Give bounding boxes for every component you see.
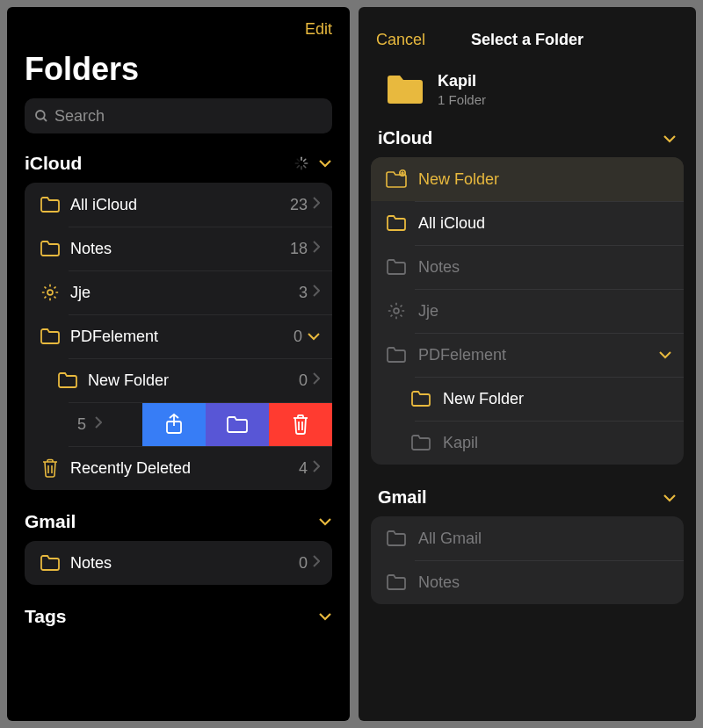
folder-icon — [386, 573, 407, 591]
row-label: New Folder — [418, 170, 671, 189]
folder-row-pdfelement[interactable]: PDFelement 0 — [25, 314, 332, 358]
chevron-down-icon — [318, 517, 332, 526]
folder-icon — [40, 554, 61, 572]
section-title: iCloud — [25, 153, 82, 174]
section-header-tags[interactable]: Tags — [7, 606, 350, 636]
row-label: Notes — [70, 240, 290, 258]
row-label: Jje — [70, 284, 299, 302]
row-count: 3 — [299, 284, 308, 302]
folder-option-all-icloud[interactable]: All iCloud — [371, 201, 684, 245]
search-icon — [33, 108, 49, 124]
folder-icon — [385, 73, 425, 106]
svg-line-9 — [297, 159, 299, 161]
folder-icon — [57, 371, 78, 389]
cancel-button[interactable]: Cancel — [376, 31, 425, 49]
swiped-folder-row[interactable]: 5 — [25, 402, 332, 446]
folder-option-gmail-notes: Notes — [371, 560, 684, 604]
page-title: Folders — [7, 51, 350, 98]
chevron-right-icon — [313, 555, 320, 571]
folder-icon — [386, 346, 407, 364]
row-label: All iCloud — [70, 196, 290, 214]
gear-icon — [40, 283, 60, 302]
folder-icon — [386, 214, 407, 232]
context-name: Kapil — [438, 72, 486, 90]
folder-option-all-gmail: All Gmail — [371, 516, 684, 560]
row-label: All iCloud — [418, 214, 671, 233]
svg-point-10 — [47, 290, 53, 295]
row-count: 5 — [77, 415, 86, 434]
gmail-destination-list: All Gmail Notes — [371, 516, 684, 604]
chevron-down-icon — [318, 159, 332, 168]
chevron-down-icon — [308, 328, 320, 344]
edit-button[interactable]: Edit — [305, 20, 332, 39]
chevron-right-icon — [95, 416, 102, 432]
modal-nav-bar: Cancel Select a Folder — [359, 14, 696, 65]
chevron-down-icon — [318, 612, 332, 621]
svg-point-19 — [394, 308, 399, 314]
icloud-destination-list: New Folder All iCloud Notes Jje PDFeleme… — [371, 157, 684, 465]
folder-row-all-icloud[interactable]: All iCloud 23 — [25, 183, 332, 227]
folder-row-jje[interactable]: Jje 3 — [25, 270, 332, 314]
folder-icon — [226, 414, 249, 434]
chevron-right-icon — [313, 460, 320, 476]
share-icon — [164, 413, 184, 436]
folder-row-notes[interactable]: Notes 18 — [25, 227, 332, 270]
row-count: 0 — [294, 328, 302, 346]
folder-icon — [40, 328, 61, 345]
context-subtitle: 1 Folder — [438, 92, 486, 107]
row-label: Kapil — [443, 434, 671, 452]
row-label: Recently Deleted — [70, 459, 299, 478]
chevron-down-icon — [663, 494, 677, 502]
new-folder-icon — [385, 169, 408, 189]
loading-spinner-icon — [294, 155, 309, 171]
folder-icon — [40, 240, 61, 257]
folder-icon — [386, 258, 407, 276]
section-header-icloud[interactable]: iCloud — [7, 153, 350, 183]
gear-icon — [387, 301, 406, 321]
folder-option-notes: Notes — [371, 245, 684, 289]
row-label: Notes — [418, 258, 671, 277]
row-count: 0 — [299, 371, 308, 390]
folder-row-gmail-notes[interactable]: Notes 0 — [25, 541, 332, 585]
section-header-gmail[interactable]: Gmail — [359, 484, 696, 516]
row-count: 0 — [299, 554, 308, 573]
share-button[interactable] — [142, 402, 206, 446]
row-count: 23 — [290, 196, 308, 214]
folder-icon — [410, 434, 431, 451]
folder-row-recently-deleted[interactable]: Recently Deleted 4 — [25, 446, 332, 490]
chevron-down-icon — [663, 134, 677, 143]
section-title: iCloud — [378, 128, 432, 148]
svg-line-3 — [304, 159, 306, 161]
folder-option-jje: Jje — [371, 289, 684, 333]
gmail-folder-list: Notes 0 — [25, 541, 332, 585]
row-label: New Folder — [443, 390, 671, 408]
move-button[interactable] — [206, 402, 269, 446]
section-title: Gmail — [378, 487, 427, 508]
search-placeholder: Search — [54, 107, 105, 126]
row-label: PDFelement — [70, 328, 294, 346]
section-header-gmail[interactable]: Gmail — [7, 511, 350, 541]
row-label: All Gmail — [418, 530, 671, 548]
row-count: 18 — [290, 240, 308, 258]
folder-option-new-folder[interactable]: New Folder — [371, 377, 684, 421]
swipe-actions — [142, 402, 332, 446]
section-header-icloud[interactable]: iCloud — [359, 125, 696, 157]
folders-screen: Edit Folders Search iCloud — [7, 7, 350, 721]
folder-option-pdfelement[interactable]: PDFelement — [371, 333, 684, 377]
section-title: Tags — [25, 606, 66, 627]
search-input[interactable]: Search — [25, 98, 332, 133]
nav-bar: Edit — [7, 7, 350, 51]
delete-button[interactable] — [269, 402, 332, 446]
svg-point-0 — [36, 111, 45, 119]
row-label: New Folder — [88, 371, 299, 390]
folder-option-kapil: Kapil — [371, 421, 684, 465]
row-label: Jje — [418, 302, 671, 321]
folder-icon — [386, 530, 407, 547]
row-label: Notes — [70, 554, 299, 573]
svg-line-7 — [297, 166, 299, 168]
folder-row-new-folder[interactable]: New Folder 0 — [25, 358, 332, 402]
chevron-down-icon — [659, 347, 671, 363]
select-folder-screen: Cancel Select a Folder Kapil 1 Folder iC… — [359, 7, 696, 721]
new-folder-option[interactable]: New Folder — [371, 157, 684, 201]
folder-icon — [410, 390, 431, 407]
